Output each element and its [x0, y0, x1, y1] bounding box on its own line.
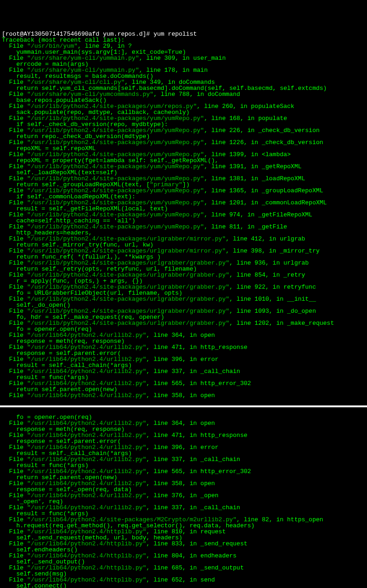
terminal-top[interactable]: [root@AY1305071417546690afd yum.repos.d]… — [0, 30, 367, 399]
command-text: yum repolist — [154, 31, 197, 38]
traceback-top-body: File "/usr/bin/yum", line 29, in ? yumma… — [2, 43, 334, 399]
terminal-bottom[interactable]: fo = opener.open(req) File "/usr/lib64/p… — [0, 413, 367, 588]
traceback-bottom-body: fo = opener.open(req) File "/usr/lib64/p… — [2, 414, 348, 588]
screenshot-divider — [0, 405, 367, 407]
